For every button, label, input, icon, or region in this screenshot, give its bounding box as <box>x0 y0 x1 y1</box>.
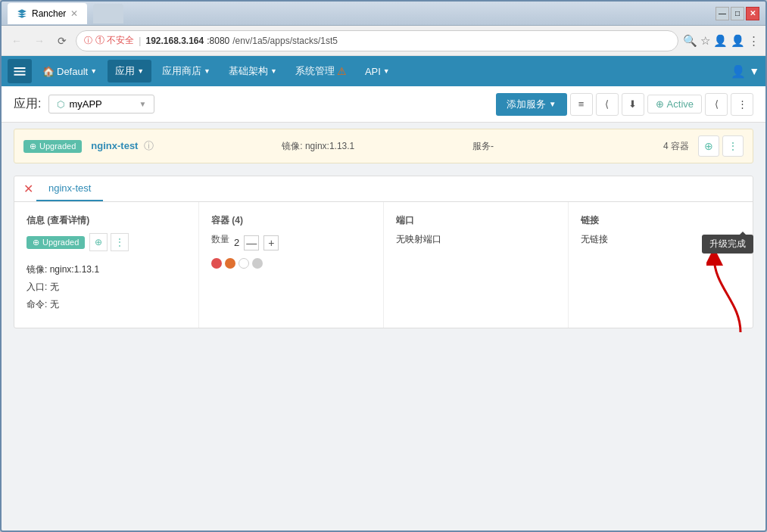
nav-admin-label: 系统管理 <box>295 64 335 78</box>
url-port: :8080 <box>207 36 229 46</box>
service-image-col: 镜像: nginx:1.13.1 <box>282 140 463 153</box>
apps-header: 应用: ⬡ myAPP ▼ 添加服务 ▼ ≡ ⟨ ⬇ ⊕ Ac <box>2 86 765 123</box>
list-view-button[interactable]: ≡ <box>570 93 593 116</box>
download-button[interactable]: ⬇ <box>622 93 644 116</box>
container-dot-1 <box>211 258 222 269</box>
close-detail-button[interactable]: ✕ <box>20 179 36 199</box>
containers-col-detail: 容器 (4) 数量 2 — + <box>199 202 384 328</box>
nav-store-label: 应用商店 <box>162 64 201 78</box>
menu-icon[interactable]: ⋮ <box>748 34 759 48</box>
url-insecure-label: ① 不安全 <box>95 34 134 47</box>
container-dot-3 <box>239 258 249 269</box>
back-button[interactable]: ← <box>8 32 26 50</box>
nav-right-dropdown[interactable]: ▼ <box>749 65 759 77</box>
nav-infra-label: 基础架构 <box>229 64 268 78</box>
detail-entrypoint: 入口: 无 <box>27 281 186 294</box>
infra-dropdown-icon: ▼ <box>270 67 277 75</box>
ports-col: 端口 无映射端口 <box>384 202 569 328</box>
address-bar-icons: 🔍 ☆ 👤 👤 ⋮ <box>683 34 759 48</box>
row-more-button[interactable]: ⋮ <box>722 135 744 157</box>
title-bar: Rancher ✕ — □ ✕ <box>2 2 765 26</box>
header-actions: 添加服务 ▼ ≡ ⟨ ⬇ ⊕ Active ⟨ ⋮ <box>496 93 753 116</box>
detail-image: 镜像: nginx:1.13.1 <box>27 263 186 276</box>
nav-api[interactable]: API ▼ <box>357 61 398 82</box>
maximize-button[interactable]: □ <box>731 7 744 20</box>
detail-status-label: Upgraded <box>42 238 79 247</box>
refresh-button[interactable]: ⟳ <box>53 32 71 50</box>
links-col: 链接 无链接 <box>569 202 753 328</box>
bookmark-icon[interactable]: ☆ <box>700 34 710 48</box>
tooltip-popup: 升级完成 <box>702 235 753 254</box>
user-icon[interactable]: 👤 <box>731 64 746 79</box>
nav-store[interactable]: 应用商店 ▼ <box>154 60 218 82</box>
detail-content: 信息 (查看详情) ⊕ Upgraded ⊕ ⋮ 镜像: nginx:1.13.… <box>14 202 753 328</box>
service-info-icon[interactable]: ⓘ <box>144 140 154 151</box>
url-bar[interactable]: ⓘ ① 不安全 | 192.168.3.164 :8080 /env/1a5/a… <box>76 30 678 51</box>
detail-status-icon: ⊕ <box>33 238 39 247</box>
apps-dropdown-icon: ▼ <box>137 67 144 75</box>
account-icon[interactable]: 👤 <box>713 34 728 48</box>
tab-title: Rancher <box>32 8 66 19</box>
nav-bar: 🏠 Default ▼ 应用 ▼ 应用商店 ▼ 基础架构 ▼ 系统管理 ⚠ AP… <box>2 56 765 86</box>
service-name[interactable]: nginx-test <box>91 140 138 151</box>
info-col: 信息 (查看详情) ⊕ Upgraded ⊕ ⋮ 镜像: nginx:1.13.… <box>14 202 199 328</box>
nav-home[interactable]: 🏠 Default ▼ <box>35 61 104 82</box>
containers-col: 4 容器 <box>663 140 689 153</box>
rancher-tab-icon <box>17 8 27 19</box>
nav-admin[interactable]: 系统管理 ⚠ <box>288 60 354 82</box>
app-selector-icon: ⬡ <box>57 99 64 110</box>
detail-status-badge: ⊕ Upgraded <box>27 236 85 249</box>
mini-finalize-button[interactable]: ⊕ <box>89 233 108 251</box>
account-icon2[interactable]: 👤 <box>731 34 745 48</box>
container-dots <box>211 258 371 269</box>
detail-tab-label: nginx-test <box>48 182 91 194</box>
app-selector[interactable]: ⬡ myAPP ▼ <box>48 95 154 114</box>
more-options-button[interactable]: ⋮ <box>731 93 753 116</box>
minus-button[interactable]: — <box>244 235 259 250</box>
plus-button[interactable]: + <box>263 235 279 250</box>
mini-action-row: ⊕ ⋮ <box>89 233 129 251</box>
active-status-label: Active <box>667 98 694 110</box>
apps-label: 应用: <box>14 96 41 112</box>
api-dropdown-icon: ▼ <box>383 67 390 75</box>
window-frame: Rancher ✕ — □ ✕ ← → ⟳ ⓘ ① 不安全 | 192.168.… <box>0 0 767 532</box>
row-finalize-button[interactable]: ⊕ <box>698 135 719 157</box>
detail-status-row: ⊕ Upgraded ⊕ ⋮ <box>27 233 186 257</box>
detail-tab[interactable]: nginx-test <box>36 176 103 201</box>
services-area: ⊕ Upgraded nginx-test ⓘ 镜像: nginx:1.13.1… <box>2 123 765 170</box>
active-tab[interactable]: Rancher ✕ <box>8 3 87 24</box>
containers-title: 容器 (4) <box>211 214 371 227</box>
add-service-button[interactable]: 添加服务 ▼ <box>496 93 567 116</box>
links-title: 链接 <box>581 214 740 227</box>
active-status-button[interactable]: ⊕ Active <box>647 95 702 114</box>
service-row: ⊕ Upgraded nginx-test ⓘ 镜像: nginx:1.13.1… <box>14 129 753 163</box>
tooltip-text: 升级完成 <box>709 238 746 249</box>
main-content: 应用: ⬡ myAPP ▼ 添加服务 ▼ ≡ ⟨ ⬇ ⊕ Ac <box>2 86 765 530</box>
nav-apps[interactable]: 应用 ▼ <box>108 60 151 82</box>
close-button[interactable]: ✕ <box>746 7 759 20</box>
search-icon[interactable]: 🔍 <box>683 34 697 48</box>
info-title: 信息 (查看详情) <box>27 214 186 227</box>
forward-button[interactable]: → <box>30 32 48 50</box>
quantity-label: 数量 <box>211 233 229 246</box>
share-button[interactable]: ⟨ <box>596 93 619 116</box>
service-status-label: Upgraded <box>39 142 76 151</box>
inactive-tab[interactable] <box>93 4 123 23</box>
security-icon: ⓘ <box>84 35 92 46</box>
service-image: 镜像: nginx:1.13.1 <box>282 141 354 151</box>
detail-panel: ✕ nginx-test 信息 (查看详情) ⊕ Upgraded <box>14 176 753 328</box>
nav-right: 👤 ▼ <box>731 64 759 79</box>
nav-home-label: Default <box>57 66 88 77</box>
share-button2[interactable]: ⟨ <box>705 93 728 116</box>
url-address: 192.168.3.164 <box>145 36 204 46</box>
minimize-button[interactable]: — <box>716 7 729 20</box>
add-service-group: 添加服务 ▼ <box>496 93 567 116</box>
container-dot-4 <box>252 258 263 269</box>
nav-infra[interactable]: 基础架构 ▼ <box>221 60 285 82</box>
tab-close-icon[interactable]: ✕ <box>70 8 78 19</box>
store-dropdown-icon: ▼ <box>204 67 210 75</box>
detail-tab-bar: ✕ nginx-test <box>14 176 753 202</box>
url-path: /env/1a5/apps/stacks/1st5 <box>232 36 338 46</box>
ports-title: 端口 <box>396 214 556 227</box>
mini-more-button[interactable]: ⋮ <box>111 233 129 251</box>
